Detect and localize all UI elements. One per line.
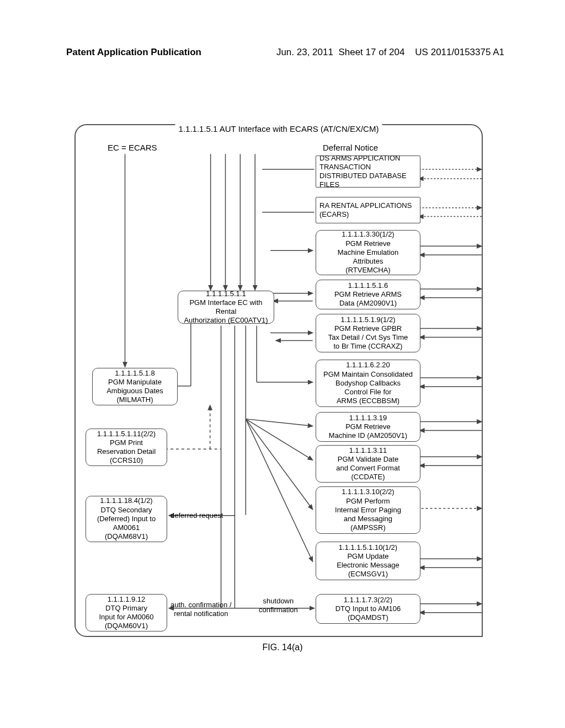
diagram-title: 1.1.1.1.5.1 AUT Interface with ECARS (AT… xyxy=(175,124,382,133)
box-eccbbsm: 1.1.1.1.6.2.20 PGM Maintain Consolidated… xyxy=(316,360,420,407)
box-ccrs10: 1.1.1.1.5.1.11(2/2) PGM Print Reservatio… xyxy=(86,429,167,466)
box-retrieve-emu: 1.1.1.1.3.30(1/2) PGM Retrieve Machine E… xyxy=(316,230,420,275)
pub-meta: Jun. 23, 2011 Sheet 17 of 204 US 2011/01… xyxy=(276,47,504,58)
box-machine-id: 1.1.1.1.3.19 PGM Retrieve Machine ID (AM… xyxy=(316,412,420,442)
pub-title: Patent Application Publication xyxy=(66,47,201,58)
box-milmath: 1.1.1.1.5.1.8 PGM Manipulate Ambiguous D… xyxy=(92,368,178,405)
deferral-notice: Deferral Notice xyxy=(323,143,378,152)
box-dqam68: 1.1.1.1.18.4(1/2) DTQ Secondary (Deferre… xyxy=(86,496,167,542)
diagram-frame: 1.1.1.1.5.1 AUT Interface with ECARS (AT… xyxy=(74,124,483,637)
box-dqamdst: 1.1.1.1.7.3(2/2) DTQ Input to AM106 (DQA… xyxy=(316,594,420,624)
box-dqam60: 1.1.1.1.9.12 DTQ Primary Input for AM006… xyxy=(86,594,167,631)
label-deferred-request: deferred request xyxy=(170,511,223,520)
box-ampssr: 1.1.1.1.3.10(2/2) PGM Perform Internal E… xyxy=(316,486,420,534)
svg-line-39 xyxy=(246,419,312,461)
ec-label: EC = ECARS xyxy=(108,143,157,152)
svg-line-38 xyxy=(246,419,312,426)
box-retrieve-gpbr: 1.1.1.1.5.1.9(1/2) PGM Retrieve GPBR Tax… xyxy=(316,314,420,352)
box-pgm-interface: 1.1.1.1.5.1.1 PGM Interface EC with Rent… xyxy=(178,291,274,324)
box-ccdate: 1.1.1.1.3.11 PGM Validate Date and Conve… xyxy=(316,445,420,483)
svg-line-41 xyxy=(246,419,312,562)
box-ecmsgv1: 1.1.1.1.5.1.10(1/2) PGM Update Electroni… xyxy=(316,542,420,580)
figure-caption: FIG. 14(a) xyxy=(263,643,303,652)
box-retrieve-arms: 1.1.1.1.5.1.6 PGM Retrieve ARMS Data (AM… xyxy=(316,280,420,309)
label-shutdown: shutdown confirmation xyxy=(259,597,298,614)
box-ra-rental: RA RENTAL APPLICATIONS (ECARS) xyxy=(316,197,420,223)
box-ds-arms: DS ARMS APPLICATION TRANSACTION DISTRIBU… xyxy=(316,156,420,188)
label-auth-conf: auth. confirmation / rental notification xyxy=(170,601,232,618)
svg-line-40 xyxy=(246,419,312,510)
